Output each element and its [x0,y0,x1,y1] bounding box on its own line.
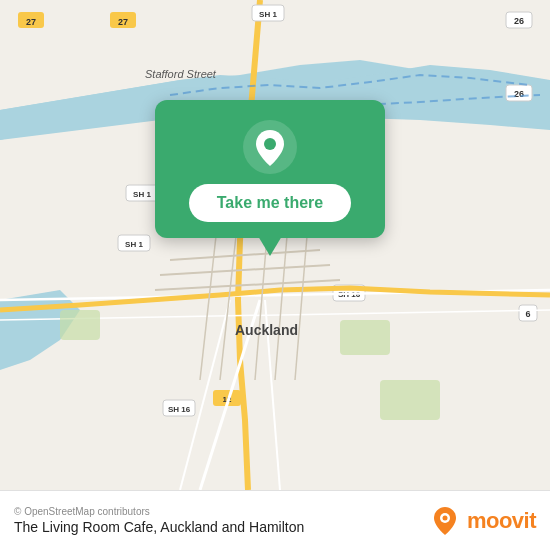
svg-text:26: 26 [514,16,524,26]
take-me-there-button[interactable]: Take me there [189,184,351,222]
svg-text:27: 27 [26,17,36,27]
location-label: The Living Room Cafe, Auckland and Hamil… [14,519,304,535]
svg-rect-42 [380,380,440,420]
bottom-bar: © OpenStreetMap contributors The Living … [0,490,550,550]
osm-attribution: © OpenStreetMap contributors [14,506,304,517]
svg-text:Auckland: Auckland [235,322,298,338]
app: 27 27 SH 1 SH 1 SH 1 SH 16 SH 16 12 26 [0,0,550,550]
svg-rect-40 [60,310,100,340]
svg-text:Stafford Street: Stafford Street [145,68,217,80]
svg-text:SH 1: SH 1 [133,190,151,199]
svg-point-48 [442,515,447,520]
svg-text:SH 16: SH 16 [168,405,191,414]
svg-text:26: 26 [514,89,524,99]
popup-card: Take me there [155,100,385,238]
svg-text:27: 27 [118,17,128,27]
moovit-brand-name: moovit [467,508,536,534]
moovit-logo: moovit [429,505,536,537]
location-pin-icon [243,120,297,174]
bottom-left: © OpenStreetMap contributors The Living … [14,506,304,535]
svg-rect-41 [340,320,390,355]
svg-text:SH 1: SH 1 [259,10,277,19]
svg-text:SH 1: SH 1 [125,240,143,249]
map-container: 27 27 SH 1 SH 1 SH 1 SH 16 SH 16 12 26 [0,0,550,490]
moovit-pin-icon [429,505,461,537]
svg-point-46 [264,138,276,150]
